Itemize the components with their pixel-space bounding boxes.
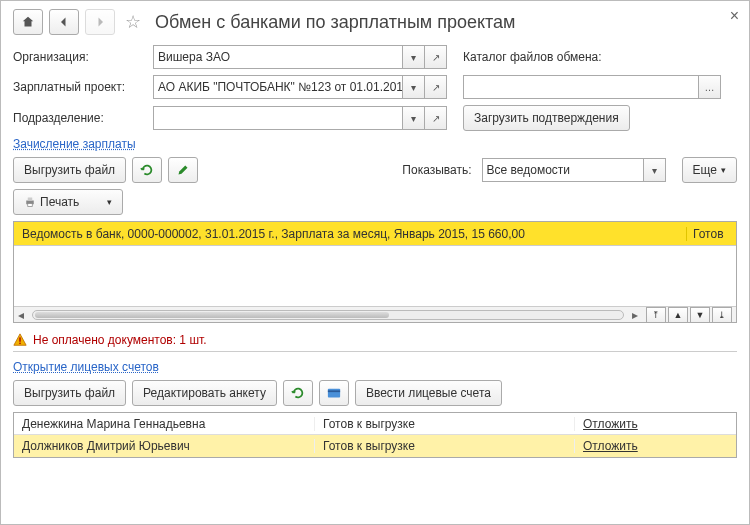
- chevron-down-icon: ▾: [107, 197, 112, 207]
- button-label: Редактировать анкету: [143, 386, 266, 400]
- org-label: Организация:: [13, 50, 145, 64]
- row-status: Готов к выгрузке: [314, 417, 574, 431]
- ledger-status: Готов: [686, 227, 736, 241]
- enter-accounts-button[interactable]: Ввести лицевые счета: [355, 380, 502, 406]
- ledger-table: Ведомость в банк, 0000-000002, 31.01.201…: [13, 221, 737, 323]
- horizontal-scrollbar[interactable]: ◂ ▸ ⤒ ▲ ▼ ⤓: [14, 306, 736, 322]
- postpone-link[interactable]: Отложить: [574, 417, 736, 431]
- dept-label: Подразделение:: [13, 111, 145, 125]
- move-down-button[interactable]: ▼: [690, 307, 710, 323]
- button-label: Выгрузить файл: [24, 163, 115, 177]
- refresh-accounts-button[interactable]: [283, 380, 313, 406]
- ledger-empty-area: [14, 246, 736, 306]
- button-label: Еще: [693, 163, 717, 177]
- dropdown-icon[interactable]: ▾: [403, 75, 425, 99]
- page-title: Обмен с банками по зарплатным проектам: [155, 12, 515, 33]
- dropdown-icon[interactable]: ▾: [403, 45, 425, 69]
- chevron-down-icon: ▾: [721, 165, 726, 175]
- button-label: Загрузить подтверждения: [474, 111, 619, 125]
- dept-field[interactable]: [153, 106, 403, 130]
- org-field[interactable]: Вишера ЗАО: [153, 45, 403, 69]
- project-label: Зарплатный проект:: [13, 80, 145, 94]
- browse-button[interactable]: …: [699, 75, 721, 99]
- move-top-button[interactable]: ⤒: [646, 307, 666, 323]
- catalog-field[interactable]: [463, 75, 699, 99]
- forward-button[interactable]: [85, 9, 115, 35]
- open-icon[interactable]: ↗: [425, 106, 447, 130]
- svg-rect-4: [19, 343, 20, 344]
- payroll-link[interactable]: Зачисление зарплаты: [13, 137, 136, 151]
- divider: [13, 351, 737, 352]
- warning-icon: [13, 333, 27, 347]
- warning-text: Не оплачено документов: 1 шт.: [33, 333, 207, 347]
- accounts-table: Денежкина Марина Геннадьевна Готов к выг…: [13, 412, 737, 458]
- main-window: × ☆ Обмен с банками по зарплатным проект…: [0, 0, 750, 525]
- button-label: Выгрузить файл: [24, 386, 115, 400]
- svg-rect-2: [28, 204, 33, 207]
- scroll-track[interactable]: [32, 310, 624, 320]
- svg-rect-3: [19, 337, 20, 341]
- show-filter-field[interactable]: Все ведомости: [482, 158, 644, 182]
- move-bottom-button[interactable]: ⤓: [712, 307, 732, 323]
- button-label: Ввести лицевые счета: [366, 386, 491, 400]
- svg-rect-1: [28, 198, 33, 201]
- print-button[interactable]: Печать ▾: [13, 189, 123, 215]
- scroll-left-icon[interactable]: ◂: [14, 308, 28, 322]
- home-button[interactable]: [13, 9, 43, 35]
- svg-rect-5: [328, 389, 340, 398]
- scroll-thumb[interactable]: [35, 312, 389, 318]
- export-accounts-button[interactable]: Выгрузить файл: [13, 380, 126, 406]
- dropdown-icon[interactable]: ▾: [403, 106, 425, 130]
- ledger-description: Ведомость в банк, 0000-000002, 31.01.201…: [14, 227, 686, 241]
- edit-profile-button[interactable]: Редактировать анкету: [132, 380, 277, 406]
- scroll-right-icon[interactable]: ▸: [628, 308, 642, 322]
- svg-rect-6: [328, 390, 340, 392]
- person-name: Должников Дмитрий Юрьевич: [14, 439, 314, 453]
- button-label: Печать: [40, 195, 79, 209]
- catalog-label: Каталог файлов обмена:: [463, 50, 602, 64]
- table-row[interactable]: Должников Дмитрий Юрьевич Готов к выгруз…: [14, 435, 736, 457]
- row-status: Готов к выгрузке: [314, 439, 574, 453]
- move-up-button[interactable]: ▲: [668, 307, 688, 323]
- show-label: Показывать:: [402, 163, 471, 177]
- titlebar: ☆ Обмен с банками по зарплатным проектам: [13, 9, 737, 35]
- back-button[interactable]: [49, 9, 79, 35]
- ledger-row[interactable]: Ведомость в банк, 0000-000002, 31.01.201…: [14, 222, 736, 246]
- printer-icon: [24, 196, 36, 208]
- accounts-link[interactable]: Открытие лицевых счетов: [13, 360, 159, 374]
- dropdown-icon[interactable]: ▾: [644, 158, 666, 182]
- open-icon[interactable]: ↗: [425, 75, 447, 99]
- export-file-button[interactable]: Выгрузить файл: [13, 157, 126, 183]
- warning-message: Не оплачено документов: 1 шт.: [13, 333, 737, 347]
- project-field[interactable]: АО АКИБ "ПОЧТОБАНК" №123 от 01.01.2015 г: [153, 75, 403, 99]
- close-icon[interactable]: ×: [730, 7, 739, 25]
- postpone-link[interactable]: Отложить: [574, 439, 736, 453]
- table-row[interactable]: Денежкина Марина Геннадьевна Готов к выг…: [14, 413, 736, 435]
- favorite-icon[interactable]: ☆: [121, 11, 145, 33]
- load-confirmations-button[interactable]: Загрузить подтверждения: [463, 105, 630, 131]
- edit-button[interactable]: [168, 157, 198, 183]
- open-icon[interactable]: ↗: [425, 45, 447, 69]
- person-name: Денежкина Марина Геннадьевна: [14, 417, 314, 431]
- refresh-button[interactable]: [132, 157, 162, 183]
- more-button[interactable]: Еще ▾: [682, 157, 737, 183]
- card-button[interactable]: [319, 380, 349, 406]
